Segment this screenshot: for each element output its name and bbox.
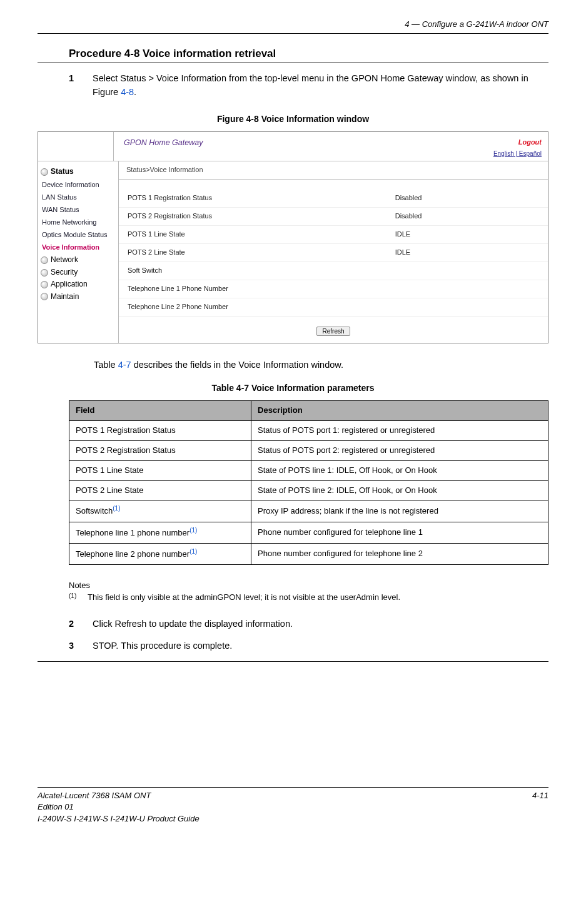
info-row-tel1: Telephone Line 1 Phone Number — [119, 280, 548, 298]
chapter-header: 4 — Configure a G-241W-A indoor ONT — [38, 19, 548, 31]
field-cell: POTS 2 Registration Status — [69, 440, 251, 460]
header-rule — [38, 33, 548, 34]
footer-rule — [38, 787, 548, 788]
expand-icon — [41, 269, 48, 277]
footnote-ref-link[interactable]: (1) — [189, 548, 197, 555]
table-lead-in: Table 4-7 describes the fields in the Vo… — [94, 358, 548, 372]
expand-icon — [41, 281, 48, 288]
info-value — [395, 284, 539, 294]
desc-cell: Status of POTS port 1: registered or unr… — [251, 421, 548, 441]
sidebar-label-status: Status — [51, 166, 74, 177]
step-body: Select Status > Voice Information from t… — [93, 72, 548, 98]
footer-product-line: Alcatel-Lucent 7368 ISAM ONT — [38, 790, 200, 802]
table-row: Softswitch(1)Proxy IP address; blank if … — [69, 500, 548, 522]
footer-guide-title: I-240W-S I-241W-S I-241W-U Product Guide — [38, 813, 200, 825]
sidebar-cat-security[interactable]: Security — [41, 267, 116, 278]
table-row: Telephone line 1 phone number(1)Phone nu… — [69, 522, 548, 543]
table-row: POTS 1 Line StateState of POTS line 1: I… — [69, 460, 548, 480]
table-header-row: Field Description — [69, 401, 548, 421]
desc-cell: Phone number configured for telephone li… — [251, 522, 548, 543]
step-number: 3 — [69, 639, 78, 652]
col-header-description: Description — [251, 401, 548, 421]
field-cell: Telephone line 2 phone number(1) — [69, 543, 251, 564]
figure-crossref-link[interactable]: 4-8 — [121, 87, 134, 97]
sidebar-item-voice-information[interactable]: Voice Information — [41, 241, 116, 254]
table-row: POTS 2 Line StateState of POTS line 2: I… — [69, 480, 548, 500]
info-key: POTS 2 Line State — [128, 248, 395, 258]
info-value: Disabled — [395, 193, 539, 203]
procedure-end-rule — [38, 661, 548, 662]
field-label: Telephone line 1 phone number — [76, 528, 189, 537]
sidebar-nav: Status Device Information LAN Status WAN… — [38, 161, 119, 342]
step-body: Click Refresh to update the displayed in… — [93, 617, 548, 631]
language-switch: English | Español — [124, 148, 542, 161]
step-number: 2 — [69, 617, 78, 631]
sidebar-label-network: Network — [51, 255, 78, 265]
notes-heading: Notes — [69, 580, 548, 592]
sidebar-cat-maintain[interactable]: Maintain — [41, 292, 116, 302]
info-row-pots1-line: POTS 1 Line StateIDLE — [119, 226, 548, 244]
table-crossref-link[interactable]: 4-7 — [118, 360, 131, 370]
expand-icon — [41, 256, 48, 264]
lang-english-link[interactable]: English — [493, 150, 514, 157]
info-key: Soft Switch — [128, 266, 395, 276]
info-value: IDLE — [395, 248, 539, 258]
field-cell: Softswitch(1) — [69, 500, 251, 522]
figure-caption: Figure 4-8 Voice Information window — [38, 113, 548, 125]
field-cell: Telephone line 1 phone number(1) — [69, 522, 251, 543]
info-key: POTS 1 Line State — [128, 230, 395, 240]
table-row: Telephone line 2 phone number(1)Phone nu… — [69, 543, 548, 564]
screenshot-logo-area — [38, 132, 114, 162]
sidebar-item-wan-status[interactable]: WAN Status — [41, 204, 116, 216]
lang-spanish-link[interactable]: Español — [519, 150, 542, 157]
sidebar-item-lan-status[interactable]: LAN Status — [41, 191, 116, 204]
title-rule — [38, 63, 548, 63]
sidebar-label-application: Application — [51, 279, 88, 290]
sidebar-label-maintain: Maintain — [51, 292, 79, 302]
sidebar-cat-application[interactable]: Application — [41, 279, 116, 290]
sidebar-item-device-information[interactable]: Device Information — [41, 179, 116, 191]
step-number: 1 — [69, 72, 78, 98]
step-body: STOP. This procedure is complete. — [93, 639, 548, 652]
step-3: 3 STOP. This procedure is complete. — [69, 639, 548, 652]
logout-link[interactable]: Logout — [518, 138, 542, 148]
desc-cell: Proxy IP address; blank if the line is n… — [251, 500, 548, 522]
info-value: IDLE — [395, 230, 539, 240]
lead-text-b: describes the fields in the Voice Inform… — [131, 360, 343, 370]
notes-block: Notes (1) This field is only visible at … — [69, 580, 548, 604]
gateway-banner-title: GPON Home Gateway — [124, 137, 203, 148]
refresh-button[interactable]: Refresh — [316, 327, 350, 336]
info-key: POTS 1 Registration Status — [128, 193, 395, 203]
footnote-ref-link[interactable]: (1) — [189, 527, 197, 534]
footnote-marker: (1) — [69, 592, 80, 604]
page-footer: Alcatel-Lucent 7368 ISAM ONT Edition 01 … — [38, 787, 548, 826]
field-cell: POTS 1 Line State — [69, 460, 251, 480]
col-header-field: Field — [69, 401, 251, 421]
field-cell: POTS 1 Registration Status — [69, 421, 251, 441]
expand-icon — [41, 293, 48, 300]
footer-edition: Edition 01 — [38, 801, 200, 813]
info-row-pots2-reg: POTS 2 Registration StatusDisabled — [119, 208, 548, 226]
info-row-tel2: Telephone Line 2 Phone Number — [119, 298, 548, 317]
field-label: Softswitch — [76, 507, 113, 516]
procedure-title: Procedure 4-8 Voice information retrieva… — [69, 46, 548, 62]
voice-params-table: Field Description POTS 1 Registration St… — [69, 400, 548, 565]
sidebar-label-security: Security — [51, 267, 78, 278]
desc-cell: State of POTS line 2: IDLE, Off Hook, or… — [251, 480, 548, 500]
sidebar-item-optics-module-status[interactable]: Optics Module Status — [41, 229, 116, 241]
lead-text-a: Table — [94, 360, 118, 370]
step1-text-a: Select Status > Voice Information from t… — [93, 73, 528, 96]
sidebar-cat-network[interactable]: Network — [41, 255, 116, 265]
field-cell: POTS 2 Line State — [69, 480, 251, 500]
sidebar-cat-status[interactable]: Status — [41, 166, 116, 177]
info-key: Telephone Line 1 Phone Number — [128, 284, 395, 294]
step-2: 2 Click Refresh to update the displayed … — [69, 617, 548, 631]
step1-text-b: . — [134, 87, 136, 97]
desc-cell: State of POTS line 1: IDLE, Off Hook, or… — [251, 460, 548, 480]
table-row: POTS 2 Registration StatusStatus of POTS… — [69, 440, 548, 460]
info-row-pots2-line: POTS 2 Line StateIDLE — [119, 244, 548, 262]
footnote-ref-link[interactable]: (1) — [113, 505, 120, 512]
sidebar-item-home-networking[interactable]: Home Networking — [41, 216, 116, 229]
info-row-pots1-reg: POTS 1 Registration StatusDisabled — [119, 190, 548, 208]
breadcrumb: Status>Voice Information — [119, 161, 548, 180]
